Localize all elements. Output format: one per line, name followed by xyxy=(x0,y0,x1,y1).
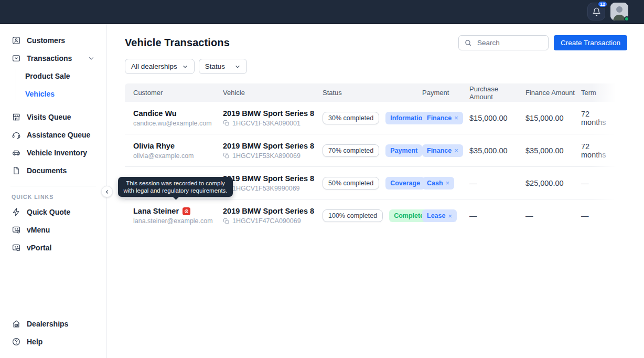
sidebar-item-label: Dealerships xyxy=(27,320,68,328)
sidebar-item-product-sale[interactable]: Product Sale xyxy=(0,67,106,85)
sidebar-item-quick-quote[interactable]: Quick Quote xyxy=(0,203,106,221)
page-title: Vehicle Transactions xyxy=(125,37,230,49)
sidebar-item-label: vMenu xyxy=(27,226,50,234)
transactions-icon xyxy=(12,54,21,63)
progress-pill: 30% completed xyxy=(323,112,379,124)
dealership-filter-select[interactable]: All dealerships xyxy=(125,59,195,74)
sidebar-item-assistance-queue[interactable]: Assistance Queue xyxy=(0,126,106,144)
vehicle-title: 2019 BMW Sport Series 8 xyxy=(223,109,317,118)
remove-icon[interactable]: × xyxy=(448,213,452,219)
vehicle-title: 2019 BMW Sport Series 8 xyxy=(223,207,317,215)
vmenu-icon xyxy=(12,225,21,235)
progress-pill: 70% completed xyxy=(323,144,379,157)
sidebar-collapse-button[interactable] xyxy=(101,186,113,197)
finance-amount: $35,000.00 xyxy=(525,146,581,155)
payment-badge: Finance× xyxy=(422,112,463,124)
sidebar-item-label: Transactions xyxy=(27,54,72,62)
vehicle-title: 2019 BMW Sport Series 8 xyxy=(223,142,317,150)
notifications-button[interactable]: 12 xyxy=(587,3,605,20)
purchase-amount: — xyxy=(469,212,525,220)
chevron-down-icon xyxy=(234,64,241,70)
remove-icon[interactable]: × xyxy=(454,147,458,154)
payment-label: Cash xyxy=(427,180,443,187)
column-header: Purchase Amount xyxy=(469,85,525,101)
term: 72 months xyxy=(581,110,613,127)
session-recorded-tooltip: This session was recorded to comply with… xyxy=(118,177,233,197)
avatar[interactable] xyxy=(610,3,628,20)
vehicle-vin: 1HGCV1F47CA090069 xyxy=(232,217,301,225)
sidebar-item-label: Documents xyxy=(27,166,67,175)
column-header: Finance Amount xyxy=(525,89,581,97)
vehicle-title: 2019 BMW Sport Series 8 xyxy=(223,174,317,183)
sidebar-item-label: Help xyxy=(27,338,42,346)
sidebar-item-label: Product Sale xyxy=(25,72,70,80)
sidebar-item-customers[interactable]: Customers xyxy=(0,31,106,49)
topbar: 12 xyxy=(0,0,644,24)
copy-icon[interactable] xyxy=(223,218,230,225)
customer-name: Candice Wu xyxy=(133,109,218,118)
sidebar-item-label: Visits Queue xyxy=(27,113,71,121)
create-transaction-button[interactable]: Create Transaction xyxy=(554,35,627,50)
dealership-filter-value: All dealerships xyxy=(131,62,177,70)
vehicle-vin: 1HGCV1F53KA090001 xyxy=(232,120,300,127)
sidebar-item-visits-queue[interactable]: Visits Queue xyxy=(0,108,106,126)
headset-icon xyxy=(12,130,21,140)
quick-links-section-label: QUICK LINKS xyxy=(0,194,106,200)
progress-pill: 100% completed xyxy=(323,209,383,222)
customer-email: candice.wu@example.com xyxy=(133,120,218,127)
status-badge: Payment xyxy=(385,144,422,157)
document-icon xyxy=(12,166,21,175)
payment-badge: Lease× xyxy=(422,209,457,222)
car-icon xyxy=(12,148,21,157)
table-header-row: Customer Vehicle Status Payment Purchase… xyxy=(125,83,621,102)
search-box xyxy=(458,35,549,50)
help-icon xyxy=(12,337,21,346)
sidebar-item-documents[interactable]: Documents xyxy=(0,162,106,180)
sidebar-item-vehicles[interactable]: Vehicles xyxy=(0,85,106,103)
term: — xyxy=(581,179,613,187)
purchase-amount: — xyxy=(469,179,525,187)
payment-badge: Cash× xyxy=(422,177,454,189)
customer-email: lana.steiner@example.com xyxy=(133,217,218,225)
payment-badge: Finance× xyxy=(422,144,463,157)
customer-email: olivia@example.com xyxy=(133,152,218,160)
sidebar-item-transactions[interactable]: Transactions xyxy=(0,49,106,67)
term: — xyxy=(581,212,613,220)
table-row[interactable]: Olivia Rhye olivia@example.com 2019 BMW … xyxy=(125,134,621,167)
sidebar-item-label: Vehicles xyxy=(25,90,55,98)
sidebar-item-vehicle-inventory[interactable]: Vehicle Inventory xyxy=(0,144,106,162)
copy-icon[interactable] xyxy=(223,152,230,159)
sidebar-item-vportal[interactable]: vPortal xyxy=(0,239,106,257)
search-input[interactable] xyxy=(476,38,539,47)
sidebar-item-label: Quick Quote xyxy=(27,208,70,216)
finance-amount: $15,000.00 xyxy=(525,114,581,122)
sidebar-item-label: Vehicle Inventory xyxy=(27,149,87,157)
finance-amount: — xyxy=(525,212,581,220)
sidebar-item-help[interactable]: Help xyxy=(0,333,106,351)
payment-label: Lease xyxy=(427,212,445,219)
column-header: Customer xyxy=(125,89,223,97)
vehicle-vin: 1HGCV1F53KA890069 xyxy=(232,152,300,160)
copy-icon[interactable] xyxy=(223,120,230,127)
sidebar-item-label: vPortal xyxy=(27,244,51,252)
sidebar-item-vmenu[interactable]: vMenu xyxy=(0,221,106,239)
transactions-table: Customer Vehicle Status Payment Purchase… xyxy=(125,83,621,232)
column-header: Payment xyxy=(422,89,469,97)
sidebar-item-dealerships[interactable]: Dealerships xyxy=(0,315,106,333)
app-window: 12 Customers Transactions xyxy=(0,0,644,358)
status-filter-select[interactable]: Status xyxy=(199,59,247,74)
status-badge: Coverage xyxy=(385,177,425,189)
sidebar-bottom-group: Dealerships Help xyxy=(0,315,106,358)
vportal-icon xyxy=(12,243,21,252)
remove-icon[interactable]: × xyxy=(454,114,458,121)
chevron-down-icon xyxy=(88,55,95,62)
sidebar-item-label: Assistance Queue xyxy=(27,131,90,139)
remove-icon[interactable]: × xyxy=(446,180,450,186)
sidebar-item-label: Customers xyxy=(27,36,65,45)
sidebar: Customers Transactions Product Sale Vehi… xyxy=(0,24,107,358)
purchase-amount: $15,000.00 xyxy=(469,114,525,122)
table-row[interactable]: Candice Wu candice.wu@example.com 2019 B… xyxy=(125,102,621,134)
column-header: Status xyxy=(323,89,422,97)
table-row[interactable]: Lana Steiner lana.steiner@example.com 20… xyxy=(125,199,621,232)
transactions-submenu: Product Sale Vehicles xyxy=(0,67,106,103)
